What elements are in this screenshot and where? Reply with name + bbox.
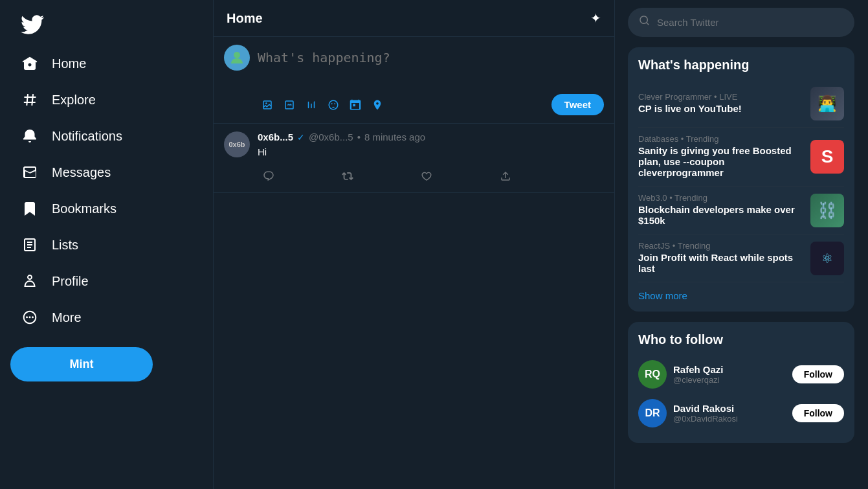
sidebar-item-lists[interactable]: Lists (10, 228, 203, 262)
image-upload-button[interactable] (258, 95, 277, 115)
feed-title: Home (227, 11, 263, 26)
gif-button[interactable] (280, 95, 299, 115)
follow-button-david[interactable]: Follow (792, 404, 844, 422)
retweet-button[interactable] (337, 168, 359, 185)
trending-item-sanity-info: Databases • Trending Sanity is giving yo… (638, 134, 803, 179)
tweet-avatar: 0x6b (224, 131, 250, 157)
search-icon (639, 15, 651, 30)
feed-header: Home ✦ (214, 0, 614, 37)
trending-topic-cp: CP is live on YouTube! (638, 103, 803, 114)
sidebar-item-profile[interactable]: Profile (10, 264, 203, 298)
follow-name-rafeh: Rafeh Qazi (673, 364, 786, 375)
follow-avatar-david: DR (638, 399, 667, 427)
list-icon (21, 236, 39, 254)
sidebar-item-home-label: Home (52, 56, 86, 71)
trending-topic-blockchain: Blockchain developers make over $150k (638, 204, 803, 226)
emoji-button[interactable] (324, 95, 343, 115)
mail-icon (21, 163, 39, 181)
trending-thumb-sanity: S (810, 140, 844, 174)
trending-item-sanity[interactable]: Databases • Trending Sanity is giving yo… (638, 128, 844, 187)
bookmark-icon (21, 199, 39, 218)
svg-point-0 (234, 52, 240, 58)
location-button[interactable] (368, 95, 387, 115)
sidebar-item-lists-label: Lists (52, 238, 78, 253)
sidebar-item-explore[interactable]: Explore (10, 83, 203, 117)
tweet-text: Hi (258, 145, 604, 160)
trending-category-sanity: Databases • Trending (638, 134, 803, 144)
trending-item-react-info: ReactJS • Trending Join Profit with Reac… (638, 241, 803, 275)
trending-topic-react: Join Profit with React while spots last (638, 252, 803, 274)
show-more-button[interactable]: Show more (638, 282, 844, 301)
schedule-button[interactable] (346, 95, 365, 115)
share-button[interactable] (495, 168, 517, 185)
sidebar-item-bookmarks-label: Bookmarks (52, 201, 117, 216)
sidebar: Home Explore Notifications Messages Book… (0, 0, 214, 489)
main-feed: Home ✦ (214, 0, 615, 489)
trending-category-blockchain: Web3.0 • Trending (638, 193, 803, 203)
trending-item-cp[interactable]: Clever Programmer • LIVE CP is live on Y… (638, 80, 844, 128)
trending-item-react[interactable]: ReactJS • Trending Join Profit with Reac… (638, 234, 844, 282)
sidebar-item-messages[interactable]: Messages (10, 155, 203, 189)
compose-input[interactable] (258, 45, 604, 86)
follow-avatar-rafeh: RQ (638, 360, 667, 389)
sidebar-item-notifications[interactable]: Notifications (10, 119, 203, 153)
tweet-dot: • (357, 131, 361, 142)
follow-item-david: DR David Rakosi @0xDavidRakosi Follow (638, 394, 844, 433)
follow-button-rafeh[interactable]: Follow (792, 365, 844, 383)
home-icon (21, 54, 39, 73)
compose-avatar (224, 45, 250, 71)
search-input[interactable] (657, 17, 843, 28)
tweet-button[interactable]: Tweet (551, 94, 604, 115)
poll-button[interactable] (302, 95, 321, 115)
sparkle-icon[interactable]: ✦ (590, 10, 601, 26)
compose-tools (258, 95, 551, 115)
whats-happening-title: What's happening (638, 58, 844, 73)
reply-button[interactable] (258, 168, 280, 185)
follow-info-david: David Rakosi @0xDavidRakosi (673, 403, 786, 424)
trending-item-cp-info: Clever Programmer • LIVE CP is live on Y… (638, 92, 803, 115)
sidebar-item-home[interactable]: Home (10, 47, 203, 80)
tweet-author-name: 0x6b...5 (258, 131, 293, 142)
sidebar-item-notifications-label: Notifications (52, 129, 122, 144)
who-to-follow-title: Who to follow (638, 332, 844, 347)
trending-thumb-cp: 👨‍💻 (810, 87, 844, 120)
tweet-time: 8 minutes ago (364, 131, 425, 142)
compose-right: Tweet (258, 45, 604, 115)
tweet-handle: @0x6b...5 (309, 131, 353, 142)
tweet-actions (258, 168, 517, 185)
trending-item-blockchain-info: Web3.0 • Trending Blockchain developers … (638, 193, 803, 227)
verified-badge: ✓ (297, 132, 305, 142)
tweet-item[interactable]: 0x6b 0x6b...5 ✓ @0x6b...5 • 8 minutes ag… (214, 124, 614, 193)
follow-info-rafeh: Rafeh Qazi @cleverqazi (673, 364, 786, 385)
twitter-logo[interactable] (10, 5, 203, 44)
sidebar-item-more-label: More (52, 310, 82, 325)
follow-handle-rafeh: @cleverqazi (673, 375, 786, 385)
sidebar-item-more[interactable]: More (10, 301, 203, 334)
more-circle-icon (21, 308, 39, 326)
trending-item-blockchain[interactable]: Web3.0 • Trending Blockchain developers … (638, 187, 844, 234)
bell-icon (21, 127, 39, 145)
compose-toolbar: Tweet (258, 94, 604, 115)
like-button[interactable] (416, 168, 438, 185)
compose-box: Tweet (214, 37, 614, 124)
sidebar-item-explore-label: Explore (52, 93, 96, 108)
follow-item-rafeh: RQ Rafeh Qazi @cleverqazi Follow (638, 355, 844, 394)
mint-button[interactable]: Mint (10, 347, 153, 381)
trending-thumb-blockchain: ⛓️ (810, 194, 844, 227)
person-icon (21, 272, 39, 290)
tweet-content: 0x6b...5 ✓ @0x6b...5 • 8 minutes ago Hi (258, 131, 604, 185)
trending-category-react: ReactJS • Trending (638, 241, 803, 251)
trending-section: What's happening Clever Programmer • LIV… (628, 47, 854, 312)
follow-handle-david: @0xDavidRakosi (673, 414, 786, 424)
sidebar-item-profile-label: Profile (52, 274, 89, 289)
sidebar-item-messages-label: Messages (52, 165, 111, 180)
explore-icon (21, 91, 39, 109)
right-sidebar: What's happening Clever Programmer • LIV… (615, 0, 867, 489)
tweet-header: 0x6b...5 ✓ @0x6b...5 • 8 minutes ago (258, 131, 604, 142)
search-box (628, 8, 854, 37)
trending-thumb-react: ⚛ (810, 242, 844, 275)
who-to-follow-section: Who to follow RQ Rafeh Qazi @cleverqazi … (628, 322, 854, 443)
follow-name-david: David Rakosi (673, 403, 786, 414)
sidebar-item-bookmarks[interactable]: Bookmarks (10, 192, 203, 225)
trending-category-cp: Clever Programmer • LIVE (638, 92, 803, 102)
